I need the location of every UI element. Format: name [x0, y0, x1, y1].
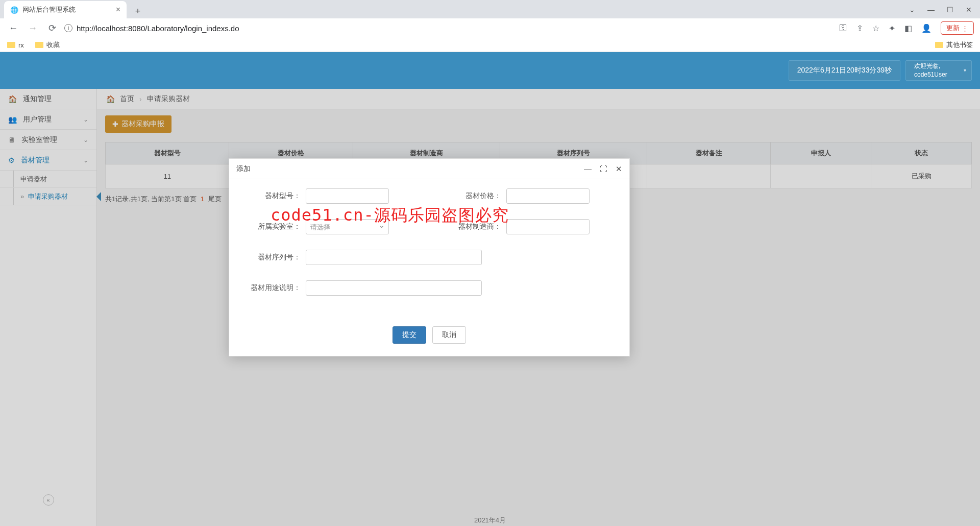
globe-icon: 🌐: [10, 6, 18, 14]
label-serial: 器材序列号：: [244, 253, 306, 262]
form-group-manufacturer: 器材制造商：: [445, 219, 590, 234]
form-group-serial: 器材序列号：: [244, 250, 482, 265]
modal-body: 器材型号： 器材价格： 所属实验室： 请选择 器材制造商：: [229, 179, 629, 316]
close-modal-icon[interactable]: ✕: [616, 164, 622, 174]
select-lab[interactable]: 请选择: [306, 219, 389, 234]
modal-footer: 提交 取消: [229, 316, 629, 356]
share-icon[interactable]: ⇪: [856, 23, 863, 33]
bookmark-favorites[interactable]: 收藏: [35, 40, 60, 50]
input-manufacturer[interactable]: [506, 219, 590, 234]
tab-title: 网站后台管理系统: [22, 5, 76, 14]
addr-right: ⚿ ⇪ ☆ ✦ ◧ 👤 更新 ⋮: [839, 21, 974, 35]
url-area[interactable]: i http://localhost:8080/Laboratory/login…: [64, 24, 834, 33]
caret-down-icon: ▾: [964, 67, 966, 74]
app-header: 2022年6月21日20时33分39秒 欢迎光临, code51User ▾: [0, 52, 980, 89]
tab-bar: 🌐 网站后台管理系统 × + ⌄ — ☐ ✕: [0, 0, 980, 18]
star-icon[interactable]: ☆: [872, 23, 879, 33]
input-usage[interactable]: [306, 280, 482, 296]
folder-icon: [935, 42, 943, 48]
url-text: http://localhost:8080/Laboratory/login_i…: [77, 24, 239, 33]
chevron-down-icon[interactable]: ⌄: [909, 6, 915, 14]
minimize-icon[interactable]: —: [927, 6, 935, 14]
key-icon[interactable]: ⚿: [839, 23, 847, 33]
label-price: 器材价格：: [445, 192, 506, 201]
datetime-display: 2022年6月21日20时33分39秒: [789, 60, 900, 81]
update-button[interactable]: 更新 ⋮: [941, 21, 974, 35]
address-bar: ← → ⟳ i http://localhost:8080/Laboratory…: [0, 18, 980, 38]
bookmark-other[interactable]: 其他书签: [935, 40, 973, 50]
close-tab-icon[interactable]: ×: [116, 5, 120, 14]
maximize-icon[interactable]: ☐: [947, 6, 953, 14]
bookmark-rx[interactable]: rx: [7, 41, 24, 49]
input-model[interactable]: [306, 188, 389, 204]
form-group-price: 器材价格：: [445, 188, 590, 204]
input-serial[interactable]: [306, 250, 482, 265]
form-group-usage: 器材用途说明：: [244, 280, 482, 296]
footer-text: 2021年4月: [474, 516, 506, 525]
form-group-model: 器材型号：: [244, 188, 389, 204]
cancel-button[interactable]: 取消: [432, 326, 466, 344]
user-menu[interactable]: 欢迎光临, code51User ▾: [905, 60, 972, 81]
form-group-lab: 所属实验室： 请选择: [244, 219, 389, 234]
window-controls: ⌄ — ☐ ✕: [909, 1, 980, 18]
welcome-text: 欢迎光临,: [914, 62, 963, 70]
extensions-icon[interactable]: ✦: [889, 23, 895, 33]
new-tab-button[interactable]: +: [131, 4, 145, 18]
info-icon[interactable]: i: [64, 24, 72, 32]
folder-icon: [35, 42, 43, 48]
reload-button[interactable]: ⟳: [45, 21, 59, 35]
modal-header: 添加 — ⛶ ✕: [229, 159, 629, 179]
label-usage: 器材用途说明：: [244, 283, 306, 293]
bookmarks-bar: rx 收藏 其他书签: [0, 38, 980, 52]
back-button[interactable]: ←: [6, 21, 20, 35]
close-window-icon[interactable]: ✕: [966, 6, 972, 14]
browser-tab[interactable]: 🌐 网站后台管理系统 ×: [4, 1, 127, 18]
label-lab: 所属实验室：: [244, 222, 306, 231]
input-price[interactable]: [506, 188, 590, 204]
maximize-modal-icon[interactable]: ⛶: [600, 164, 607, 173]
forward-button[interactable]: →: [26, 21, 40, 35]
minimize-modal-icon[interactable]: —: [584, 164, 592, 173]
username-text: code51User: [914, 70, 963, 79]
profile-icon[interactable]: 👤: [921, 23, 932, 33]
more-icon: ⋮: [962, 25, 968, 32]
submit-button[interactable]: 提交: [393, 326, 426, 344]
label-manufacturer: 器材制造商：: [445, 222, 506, 231]
modal-title: 添加: [236, 164, 251, 174]
browser-chrome: 🌐 网站后台管理系统 × + ⌄ — ☐ ✕ ← → ⟳ i http://lo…: [0, 0, 980, 52]
add-modal: 添加 — ⛶ ✕ 器材型号： 器材价格： 所属实验室： 请选择: [229, 158, 630, 356]
sidepanel-icon[interactable]: ◧: [904, 23, 912, 33]
label-model: 器材型号：: [244, 192, 306, 201]
folder-icon: [7, 42, 15, 48]
